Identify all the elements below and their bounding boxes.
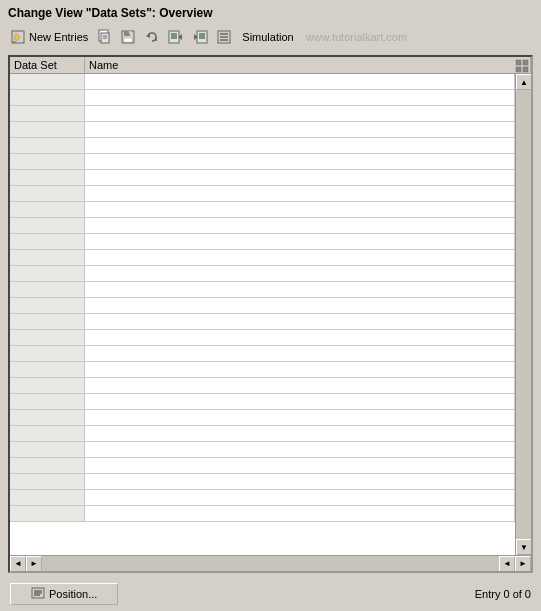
table-rows: [10, 74, 515, 555]
cell-name: [85, 442, 515, 457]
status-bar: Position... Entry 0 of 0: [0, 577, 541, 611]
scroll-track-h-left: [42, 556, 499, 572]
scroll-down-button[interactable]: ▼: [516, 539, 531, 555]
cell-dataset: [10, 394, 85, 409]
position-icon: [31, 587, 45, 601]
svg-rect-18: [197, 31, 207, 43]
position-label: Position...: [49, 588, 97, 600]
cell-dataset: [10, 122, 85, 137]
table-row[interactable]: [10, 394, 515, 410]
table-row[interactable]: [10, 490, 515, 506]
save-icon: [120, 29, 136, 45]
scroll-track-v: [516, 90, 531, 539]
svg-rect-27: [516, 60, 521, 65]
list-icon: [216, 29, 232, 45]
table-row[interactable]: [10, 282, 515, 298]
watermark: www.tutorialkart.com: [306, 31, 407, 43]
cell-dataset: [10, 138, 85, 153]
table-row[interactable]: [10, 298, 515, 314]
table-row[interactable]: [10, 106, 515, 122]
scroll-up-button[interactable]: ▲: [516, 74, 531, 90]
table-row[interactable]: [10, 506, 515, 522]
table-row[interactable]: [10, 154, 515, 170]
cell-name: [85, 170, 515, 185]
svg-rect-13: [169, 31, 179, 43]
cell-dataset: [10, 234, 85, 249]
hscroll-right-right-button[interactable]: ►: [515, 556, 531, 572]
horizontal-scrollbar: ◄ ► ◄ ►: [10, 555, 531, 571]
hscroll-right-left-button[interactable]: ◄: [499, 556, 515, 572]
svg-rect-28: [523, 60, 528, 65]
table-row[interactable]: [10, 442, 515, 458]
column-resize-button[interactable]: [513, 57, 531, 75]
table-row[interactable]: [10, 266, 515, 282]
table-row[interactable]: [10, 90, 515, 106]
svg-rect-9: [124, 38, 132, 42]
cell-name: [85, 298, 515, 313]
cell-name: [85, 122, 515, 137]
table-row[interactable]: [10, 122, 515, 138]
cell-name: [85, 186, 515, 201]
vertical-scrollbar[interactable]: ▲ ▼: [515, 74, 531, 555]
cell-dataset: [10, 106, 85, 121]
table-row[interactable]: [10, 458, 515, 474]
cell-name: [85, 506, 515, 521]
table-row[interactable]: [10, 74, 515, 90]
list-icon-btn[interactable]: [214, 27, 234, 47]
col-header-name: Name: [85, 57, 531, 73]
cell-name: [85, 362, 515, 377]
cell-dataset: [10, 74, 85, 89]
cell-dataset: [10, 506, 85, 521]
cell-dataset: [10, 362, 85, 377]
svg-rect-30: [523, 67, 528, 72]
content-area: Data Set Name: [0, 51, 541, 577]
table-row[interactable]: [10, 234, 515, 250]
scroll-left-button[interactable]: ◄: [10, 556, 26, 572]
position-button[interactable]: Position...: [10, 583, 118, 605]
main-window: Change View "Data Sets": Overview New En…: [0, 0, 541, 611]
table-row[interactable]: [10, 186, 515, 202]
cell-dataset: [10, 90, 85, 105]
table-row[interactable]: [10, 170, 515, 186]
prev-icon-btn[interactable]: [166, 27, 186, 47]
cell-name: [85, 314, 515, 329]
cell-name: [85, 426, 515, 441]
cell-name: [85, 490, 515, 505]
cell-dataset: [10, 490, 85, 505]
cell-name: [85, 106, 515, 121]
cell-dataset: [10, 346, 85, 361]
table-row[interactable]: [10, 378, 515, 394]
table-row[interactable]: [10, 362, 515, 378]
cell-dataset: [10, 186, 85, 201]
table-row[interactable]: [10, 202, 515, 218]
table-row[interactable]: [10, 426, 515, 442]
cell-dataset: [10, 154, 85, 169]
table-row[interactable]: [10, 330, 515, 346]
data-table: Data Set Name: [8, 55, 533, 573]
cell-dataset: [10, 426, 85, 441]
simulation-label[interactable]: Simulation: [242, 31, 293, 43]
copy-icon-btn[interactable]: [94, 27, 114, 47]
cell-dataset: [10, 458, 85, 473]
table-row[interactable]: [10, 410, 515, 426]
cell-name: [85, 458, 515, 473]
save-icon-btn[interactable]: [118, 27, 138, 47]
cell-dataset: [10, 314, 85, 329]
table-row[interactable]: [10, 314, 515, 330]
window-title: Change View "Data Sets": Overview: [8, 6, 213, 20]
cell-dataset: [10, 410, 85, 425]
cell-name: [85, 346, 515, 361]
scroll-right-button[interactable]: ►: [26, 556, 42, 572]
table-row[interactable]: [10, 138, 515, 154]
table-row[interactable]: [10, 250, 515, 266]
cell-name: [85, 202, 515, 217]
next-icon-btn[interactable]: [190, 27, 210, 47]
cell-name: [85, 154, 515, 169]
new-entries-button[interactable]: New Entries: [8, 28, 90, 46]
table-row[interactable]: [10, 474, 515, 490]
undo-icon-btn[interactable]: [142, 27, 162, 47]
table-row[interactable]: [10, 346, 515, 362]
entry-status: Entry 0 of 0: [475, 588, 531, 600]
pencil-icon: [10, 29, 26, 45]
table-row[interactable]: [10, 218, 515, 234]
